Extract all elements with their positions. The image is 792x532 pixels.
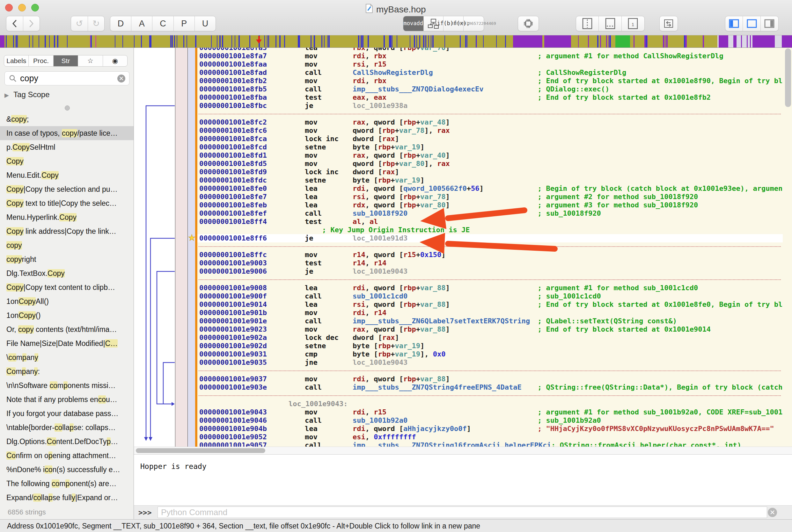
label-row[interactable]: loc_1001e9043: xyxy=(197,400,783,408)
navigation-strip[interactable] xyxy=(0,35,792,48)
vertical-scrollbar[interactable] xyxy=(785,49,791,107)
disasm-row[interactable]: 00000001001e8ffcmovr14, qword [r15+0x150… xyxy=(197,251,783,259)
disasm-row[interactable]: 00000001001e8fdcsetnebyte [rbp+var_19] xyxy=(197,176,783,185)
string-list-item[interactable]: \n\nSoftware components missi… xyxy=(0,378,134,393)
string-list-item[interactable]: %nDone% icon(s) successfully e… xyxy=(0,462,134,477)
disasm-row[interactable]: 00000001001e8fe0leardi, qword [qword_100… xyxy=(197,185,783,193)
disasm-row[interactable]: 00000001001e8faamovrsi, r15 xyxy=(197,60,783,69)
disasm-row[interactable]: 00000001001e8fc6movqword [rbp+var_78], r… xyxy=(197,127,783,135)
traffic-light-minimize-icon[interactable] xyxy=(18,4,26,12)
string-list-item[interactable]: copyright xyxy=(0,252,134,266)
search-input[interactable]: copy xyxy=(20,74,117,83)
scrollbar-thumb[interactable] xyxy=(136,448,265,453)
string-list-item[interactable]: Expand/collapse fully|Expand or… xyxy=(0,491,134,505)
disasm-row[interactable]: 00000001001e8fcdsetnebyte [rbp+var_19] xyxy=(197,143,783,151)
disassembly-pane[interactable]: 00000001001e8fa3learbx, qword [rbp+var_7… xyxy=(134,48,792,446)
string-list-item[interactable]: Note that if any problems encou… xyxy=(0,393,134,406)
disasm-row[interactable]: 00000001001e8fefcallsub_10018f920; sub_1… xyxy=(197,209,783,217)
clear-search-icon[interactable]: ✕ xyxy=(117,75,125,82)
string-list-item[interactable]: \company xyxy=(0,350,134,364)
string-list-item[interactable]: Copy|Copy text content to clipb… xyxy=(0,280,134,294)
disasm-row[interactable]: 00000001001e9046callsub_1001b92a0; sub_1… xyxy=(197,416,783,425)
traffic-light-close-icon[interactable] xyxy=(5,4,13,12)
disasm-row[interactable]: 00000001001e8fb2movrdi, rbx; End of try … xyxy=(197,77,783,85)
search-field[interactable]: copy ✕ xyxy=(4,71,129,86)
type-button-a[interactable]: A xyxy=(131,16,152,31)
disasm-row[interactable]: 00000001001e8fcalock incdword [rax] xyxy=(197,135,783,143)
string-list-item[interactable]: Dlg.Options.Content.DefDocTyp… xyxy=(0,435,134,449)
disasm-row[interactable]: 00000001001e8fa3learbx, qword [rbp+var_7… xyxy=(197,48,783,52)
string-list-item[interactable]: Company: xyxy=(0,364,134,378)
disasm-row[interactable]: 00000001001e8fbatesteax, eax; End of try… xyxy=(197,93,783,102)
disasm-row[interactable]: 00000001001e900fcallsub_1001c1cd0; sub_1… xyxy=(197,292,783,300)
disasm-row[interactable]: 00000001001e9057callimp___stubs___ZN7QSt… xyxy=(197,441,783,446)
string-list-item[interactable]: Menu.Hyperlink.Copy xyxy=(0,210,134,224)
disasm-row[interactable]: 00000001001e9003testr14, r14 xyxy=(197,259,783,267)
python-command-input[interactable] xyxy=(158,507,767,518)
disasm-row[interactable]: 00000001001e8fe7learsi, qword [rbp+var_7… xyxy=(197,193,783,201)
disasm-row[interactable]: 00000001001e9023movrax, qword [rbp+var_8… xyxy=(197,325,783,334)
inline-comment-row[interactable]: ; Key Jump Origin Instruction is JE xyxy=(197,226,783,234)
tab-proc[interactable]: Proc. xyxy=(29,55,53,66)
clear-console-icon[interactable]: ✕ xyxy=(768,508,777,517)
disasm-row[interactable]: 00000001001e9006jeloc_1001e9043 xyxy=(197,267,783,276)
forward-button[interactable] xyxy=(23,16,40,31)
traffic-light-maximize-icon[interactable] xyxy=(31,4,39,12)
type-button-u[interactable]: U xyxy=(195,16,216,31)
disasm-row[interactable]: 00000001001e9043movrdi, r15; argument #1… xyxy=(197,408,783,416)
back-button[interactable] xyxy=(6,16,23,31)
cpu-button[interactable] xyxy=(518,16,539,31)
disasm-row[interactable]: 00000001001e8fa7movrdi, rbx; argument #1… xyxy=(197,52,783,60)
string-list-item[interactable]: \ntable{border-collapse: collaps… xyxy=(0,420,134,435)
tab-labels[interactable]: Labels xyxy=(4,55,29,66)
string-list-item[interactable]: Confirm on opening attachment… xyxy=(0,449,134,462)
disasm-row[interactable]: 00000001001e8ff4testal, al xyxy=(197,217,783,226)
split-vertical-button[interactable] xyxy=(576,16,599,31)
disasm-row[interactable]: 00000001001e9014learsi, qword [rbp+var_8… xyxy=(197,300,783,309)
string-list-item[interactable]: 1onCopyAll() xyxy=(0,294,134,308)
disasm-row[interactable]: 00000001001e903ecallimp___stubs___ZN7QSt… xyxy=(197,383,783,392)
tab-bookmarks-star-icon[interactable]: ☆ xyxy=(78,55,103,66)
splitter-handle[interactable] xyxy=(65,106,70,111)
split-horizontal-button[interactable] xyxy=(599,16,622,31)
swap-panes-button[interactable] xyxy=(659,16,678,31)
toggle-left-panel-button[interactable] xyxy=(725,16,743,31)
disasm-row[interactable]: 00000001001e9008leardi, qword [rbp+var_8… xyxy=(197,284,783,292)
string-list-item[interactable]: In case of typos, copy/paste lice… xyxy=(0,126,134,140)
type-button-c[interactable]: C xyxy=(152,16,173,31)
disasm-row[interactable]: 00000001001e9035jneloc_1001e9043 xyxy=(197,358,783,367)
string-list-item[interactable]: &copy; xyxy=(0,112,134,126)
disasm-row[interactable]: 00000001001e9037movrdi, qword [rbp+var_8… xyxy=(197,375,783,383)
toggle-bottom-panel-button[interactable] xyxy=(743,16,760,31)
assembly-mode-button[interactable]: movadd xyxy=(403,16,424,31)
string-list-item[interactable]: The following component(s) are… xyxy=(0,477,134,491)
string-list-item[interactable]: copy xyxy=(0,238,134,252)
disasm-row[interactable]: 00000001001e901ecallimp___stubs___ZN6QLa… xyxy=(197,317,783,325)
hex-mode-button[interactable]: 486F70706572204469 xyxy=(464,16,484,31)
disasm-row[interactable]: 00000001001e9031cmpbyte [rbp+var_19], 0x… xyxy=(197,350,783,358)
disasm-row[interactable]: 00000001001e8fd9lock incdword [rax] xyxy=(197,168,783,176)
disasm-row[interactable]: 00000001001e8fc2movrax, qword [rbp+var_4… xyxy=(197,118,783,127)
horizontal-scrollbar[interactable] xyxy=(134,446,792,455)
disasm-row[interactable]: 00000001001e8febleardx, qword [rbp+var_8… xyxy=(197,201,783,209)
disasm-row[interactable]: 00000001001e8fbcjeloc_1001e938a xyxy=(197,102,783,110)
string-list-item[interactable]: Menu.Edit.Copy xyxy=(0,168,134,182)
disasm-row[interactable]: 00000001001e8fd5movqword [rbp+var_80], r… xyxy=(197,159,783,168)
string-list-item[interactable]: Copy|Copy the selection and pu… xyxy=(0,182,134,196)
redo-button[interactable]: ↻ xyxy=(88,16,105,31)
string-list-item[interactable]: Dlg.TextBox.Copy xyxy=(0,266,134,280)
string-list-item[interactable]: If you forgot your database pass… xyxy=(0,406,134,420)
disasm-row[interactable]: 00000001001e8fb5callimp___stubs___ZN7QDi… xyxy=(197,85,783,93)
bookmark-star-icon[interactable]: ★ xyxy=(188,233,196,243)
code-listing[interactable]: 00000001001e8fa3learbx, qword [rbp+var_7… xyxy=(197,48,783,446)
string-list-item[interactable]: Or, copy contents (text/html/ima… xyxy=(0,322,134,337)
disasm-row[interactable]: 00000001001e8ff6jeloc_1001e91d3 xyxy=(197,234,783,243)
disasm-row[interactable]: 00000001001e902dsetnebyte [rbp+var_19] xyxy=(197,342,783,350)
string-list-item[interactable]: Copy xyxy=(0,154,134,168)
string-list-item[interactable]: Copy text to title|Copy the selec… xyxy=(0,196,134,210)
disasm-row[interactable]: 00000001001e9052movesi, 0xffffffff xyxy=(197,433,783,441)
tab-str[interactable]: Str xyxy=(54,55,78,66)
string-list-item[interactable]: File Name|Size|Date Modified|C… xyxy=(0,337,134,350)
string-list-item[interactable]: Copy link address|Copy the link… xyxy=(0,224,134,238)
type-button-p[interactable]: P xyxy=(174,16,195,31)
